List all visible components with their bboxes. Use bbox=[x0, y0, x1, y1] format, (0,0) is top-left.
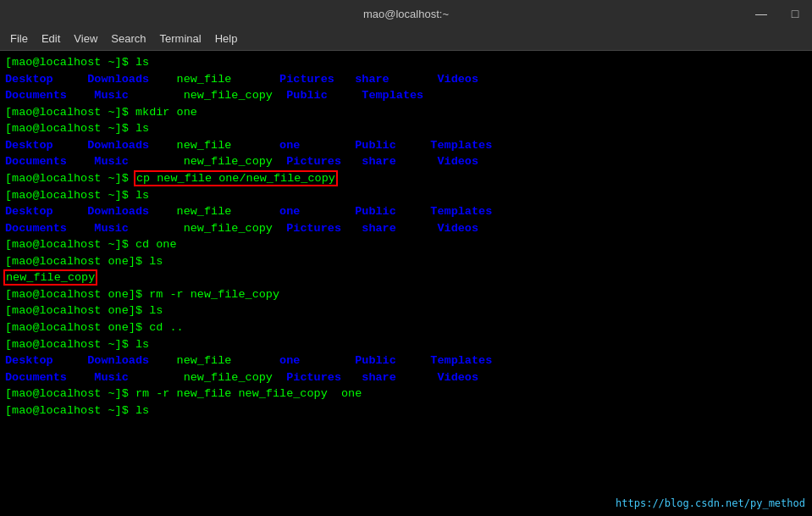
menu-file[interactable]: File bbox=[3, 31, 35, 47]
line-10: Desktop Downloads new_file one Public Te… bbox=[5, 203, 807, 220]
line-2: Desktop Downloads new_file Pictures shar… bbox=[5, 71, 807, 88]
window-title: mao@localhost:~ bbox=[363, 8, 449, 20]
line-1: [mao@localhost ~]$ ls bbox=[5, 54, 807, 71]
menu-help[interactable]: Help bbox=[208, 31, 245, 47]
line-17: [mao@localhost one]$ cd .. bbox=[5, 319, 807, 336]
terminal-wrapper: [mao@localhost ~]$ ls Desktop Downloads … bbox=[0, 51, 812, 516]
menu-edit[interactable]: Edit bbox=[35, 31, 67, 47]
title-bar: mao@localhost:~ — □ bbox=[0, 0, 812, 27]
line-15: [mao@localhost one]$ rm -r new_file_copy bbox=[5, 286, 807, 303]
watermark: https://blog.csdn.net/py_method bbox=[616, 497, 805, 509]
line-5: [mao@localhost ~]$ ls bbox=[5, 120, 807, 137]
line-14: new_file_copy bbox=[5, 269, 807, 286]
line-9: [mao@localhost ~]$ ls bbox=[5, 187, 807, 204]
line-18: [mao@localhost ~]$ ls bbox=[5, 336, 807, 353]
line-13: [mao@localhost one]$ ls bbox=[5, 253, 807, 270]
line-4: [mao@localhost ~]$ mkdir one bbox=[5, 104, 807, 121]
window-controls: — □ bbox=[744, 0, 812, 27]
line-11: Documents Music new_file_copy Pictures s… bbox=[5, 220, 807, 237]
line-3: Documents Music new_file_copy Public Tem… bbox=[5, 87, 807, 104]
line-21: [mao@localhost ~]$ rm -r new_file new_fi… bbox=[5, 386, 807, 402]
line-19: Desktop Downloads new_file one Public Te… bbox=[5, 352, 807, 369]
line-12: [mao@localhost ~]$ cd one bbox=[5, 236, 807, 253]
line-20: Documents Music new_file_copy Pictures s… bbox=[5, 369, 807, 386]
minimize-button[interactable]: — bbox=[744, 0, 778, 27]
terminal-body[interactable]: [mao@localhost ~]$ ls Desktop Downloads … bbox=[0, 51, 812, 422]
menu-view[interactable]: View bbox=[67, 31, 104, 47]
line-7: Documents Music new_file_copy Pictures s… bbox=[5, 153, 807, 170]
line-8: [mao@localhost ~]$ cp new_file one/new_f… bbox=[5, 170, 807, 187]
menu-bar: File Edit View Search Terminal Help bbox=[0, 27, 812, 51]
line-6: Desktop Downloads new_file one Public Te… bbox=[5, 137, 807, 154]
menu-terminal[interactable]: Terminal bbox=[153, 31, 208, 47]
line-16: [mao@localhost one]$ ls bbox=[5, 302, 807, 319]
menu-search[interactable]: Search bbox=[104, 31, 152, 47]
line-22: [mao@localhost ~]$ ls bbox=[5, 402, 807, 419]
terminal-window: mao@localhost:~ — □ File Edit View Searc… bbox=[0, 0, 812, 516]
maximize-button[interactable]: □ bbox=[778, 0, 812, 27]
